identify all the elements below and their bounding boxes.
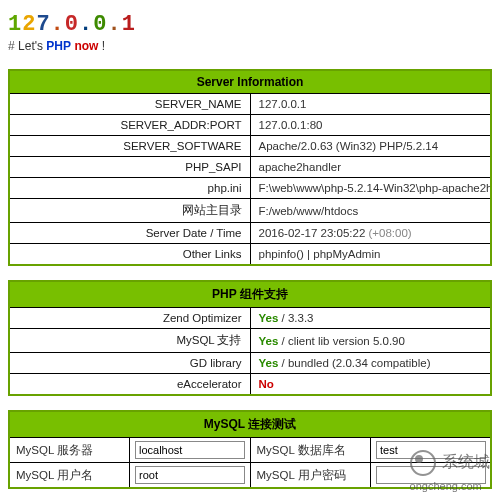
server-info-value: 2016-02-17 23:05:22 (+08:00)	[250, 223, 491, 244]
php-ext-value: No	[250, 374, 491, 396]
status-badge: Yes	[259, 357, 279, 369]
server-info-label: 网站主目录	[9, 199, 250, 223]
mysql-user-label: MySQL 用户名	[9, 463, 130, 489]
mysql-test-table: MySQL 连接测试 MySQL 服务器 MySQL 数据库名 MySQL 用户…	[8, 410, 492, 489]
server-info-suffix: (+08:00)	[365, 227, 411, 239]
server-info-value: Apache/2.0.63 (Win32) PHP/5.2.14	[250, 136, 491, 157]
server-info-label: php.ini	[9, 178, 250, 199]
php-ext-header: PHP 组件支持	[9, 281, 491, 308]
title-char: 1	[122, 12, 136, 37]
php-ext-value: Yes / bundled (2.0.34 compatible)	[250, 353, 491, 374]
server-info-value: phpinfo() | phpMyAdmin	[250, 244, 491, 266]
subtitle: # Let's PHP now !	[8, 39, 492, 53]
mysql-db-input[interactable]	[376, 441, 486, 459]
server-info-label: PHP_SAPI	[9, 157, 250, 178]
php-ext-value: Yes / 3.3.3	[250, 308, 491, 329]
php-ext-table: PHP 组件支持 Zend OptimizerYes / 3.3.3MySQL …	[8, 280, 492, 396]
title-char: .	[79, 12, 93, 37]
title-char: 0	[93, 12, 107, 37]
subtitle-php: PHP	[46, 39, 71, 53]
server-info-table: Server Information SERVER_NAME127.0.0.1S…	[8, 69, 492, 266]
title-char: 7	[36, 12, 50, 37]
server-info-label: SERVER_ADDR:PORT	[9, 115, 250, 136]
server-info-link[interactable]: phpMyAdmin	[313, 248, 380, 260]
title-char: 2	[22, 12, 36, 37]
php-ext-label: MySQL 支持	[9, 329, 250, 353]
status-badge: Yes	[259, 335, 279, 347]
server-info-value: 127.0.0.1	[250, 94, 491, 115]
mysql-test-header: MySQL 连接测试	[9, 411, 491, 438]
page-title: 127.0.0.1	[8, 12, 492, 37]
mysql-pass-label: MySQL 用户密码	[250, 463, 371, 489]
server-info-label: SERVER_SOFTWARE	[9, 136, 250, 157]
mysql-pass-input[interactable]	[376, 466, 486, 484]
subtitle-text: Let's	[18, 39, 43, 53]
mysql-server-label: MySQL 服务器	[9, 438, 130, 463]
mysql-server-input[interactable]	[135, 441, 245, 459]
title-char: .	[107, 12, 121, 37]
php-ext-label: eAccelerator	[9, 374, 250, 396]
title-char: 0	[65, 12, 79, 37]
server-info-value: apache2handler	[250, 157, 491, 178]
server-info-label: Other Links	[9, 244, 250, 266]
status-badge: Yes	[259, 312, 279, 324]
server-info-value: 127.0.0.1:80	[250, 115, 491, 136]
server-info-link[interactable]: phpinfo()	[259, 248, 304, 260]
mysql-user-input[interactable]	[135, 466, 245, 484]
mysql-db-label: MySQL 数据库名	[250, 438, 371, 463]
subtitle-bang: !	[102, 39, 105, 53]
server-info-value: F:\web\www\php-5.2.14-Win32\php-apache2h…	[250, 178, 491, 199]
server-info-label: SERVER_NAME	[9, 94, 250, 115]
server-info-value: F:/web/www/htdocs	[250, 199, 491, 223]
subtitle-hash: #	[8, 39, 15, 53]
server-info-header: Server Information	[9, 70, 491, 94]
php-ext-value: Yes / client lib version 5.0.90	[250, 329, 491, 353]
title-char: .	[51, 12, 65, 37]
title-char: 1	[8, 12, 22, 37]
server-info-label: Server Date / Time	[9, 223, 250, 244]
subtitle-now: now	[74, 39, 98, 53]
php-ext-label: Zend Optimizer	[9, 308, 250, 329]
php-ext-label: GD library	[9, 353, 250, 374]
status-badge: No	[259, 378, 274, 390]
